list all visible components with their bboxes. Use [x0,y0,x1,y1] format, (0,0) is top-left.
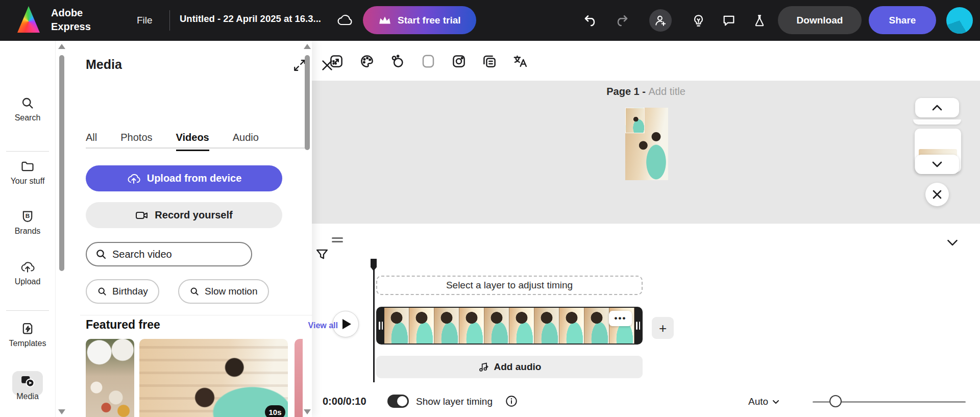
social-post-icon[interactable] [450,52,468,70]
search-icon [97,286,107,297]
chevron-down-icon [772,400,779,404]
account-avatar[interactable] [946,7,973,34]
redo-icon[interactable] [610,9,633,32]
scroll-down-arrow[interactable] [58,409,65,414]
sidebar-item-upload[interactable]: Upload [0,260,55,286]
collapse-timeline-icon[interactable] [945,235,960,250]
translate-icon[interactable] [511,52,529,70]
section-divider [80,315,312,315]
rail-divider [6,151,49,152]
crown-icon [378,15,391,26]
add-title-placeholder[interactable]: Add title [649,86,685,97]
playhead-handle[interactable] [371,259,377,271]
comments-icon[interactable] [718,9,740,32]
template-bolt-icon [20,322,35,336]
sidebar-label: Media [16,392,39,401]
video-search-field [86,242,252,266]
play-icon [342,319,351,329]
scrollbar-thumb[interactable] [305,55,310,150]
page-video-thumbnail[interactable] [625,108,668,180]
panel-title: Media [86,57,122,72]
show-layer-timing-toggle[interactable] [387,395,409,408]
filmstrip-frame [584,308,609,344]
undo-icon[interactable] [579,9,602,32]
search-video-input[interactable] [112,249,243,260]
select-layer-hint: Select a layer to adjust timing [376,276,643,295]
scroll-up-arrow[interactable] [58,44,65,49]
filmstrip [384,308,634,344]
share-button[interactable]: Share [869,6,936,34]
sidebar-label: Search [15,113,41,122]
trim-handle-left[interactable] [377,308,384,344]
tips-lightbulb-icon[interactable] [687,9,709,32]
filter-icon[interactable] [313,245,331,263]
view-all-link[interactable]: View all [254,321,338,330]
filmstrip-frame [409,308,434,344]
sidebar-label: Templates [9,339,46,348]
download-button[interactable]: Download [778,6,862,34]
top-bar: Adobe Express File Untitled - 22 April 2… [0,0,980,41]
duration-badge: 10s [265,405,285,417]
stock-video-thumbnail-food[interactable] [86,339,134,417]
stock-video-thumbnail-couple[interactable] [139,339,288,417]
scrollbar-thumb[interactable] [59,55,64,271]
document-title[interactable]: Untitled - 22 April 2025 at 16.3... [180,13,330,24]
duplicate-pages-icon[interactable] [480,52,499,70]
trim-handle-right[interactable] [634,308,642,344]
zoom-mode-dropdown[interactable]: Auto [748,396,779,407]
media-icon [20,374,35,389]
panel-left-scrollbar [58,41,65,417]
start-free-trial-label: Start free trial [398,15,461,26]
search-icon [95,248,107,260]
chip-slow-motion[interactable]: Slow motion [178,279,269,304]
timeline-drag-handle[interactable] [332,237,343,243]
video-clip-track[interactable] [376,307,643,345]
scenes-icon[interactable] [388,52,407,70]
frame-icon[interactable] [419,52,437,70]
toggle-knob [397,396,407,406]
scroll-up-arrow[interactable] [304,44,311,49]
sidebar-item-your-stuff[interactable]: Your stuff [0,159,55,186]
add-audio-button[interactable]: Add audio [376,356,643,378]
picture-in-picture-layer[interactable] [625,108,645,133]
info-icon[interactable] [505,395,518,408]
brand-shield-icon: B [20,209,35,224]
sidebar-item-templates[interactable]: Templates [0,322,55,348]
start-free-trial-button[interactable]: Start free trial [363,6,476,34]
sidebar-label: Your stuff [11,177,45,186]
scroll-down-arrow[interactable] [304,409,311,414]
chip-label: Birthday [112,286,148,297]
palette-icon[interactable] [358,52,376,70]
filmstrip-frame [509,308,534,344]
chip-birthday[interactable]: Birthday [86,279,159,304]
folder-icon [20,159,35,174]
upload-from-device-label: Upload from device [147,173,242,184]
sidebar-item-search[interactable]: Search [0,96,55,122]
next-page-button[interactable] [915,155,959,174]
clip-more-options-button[interactable]: ••• [609,311,632,326]
stock-video-thumbnail-partial[interactable] [295,339,303,417]
adobe-express-logo-icon[interactable] [17,6,40,33]
playhead-line [373,264,375,382]
sidebar-item-media[interactable]: Media [0,374,55,401]
canvas-area: Page 1 - Add title [312,81,980,223]
previous-page-button[interactable] [915,98,959,117]
cloud-save-icon[interactable] [334,10,356,31]
add-layer-button[interactable]: + [652,317,674,339]
filmstrip-frame [459,308,484,344]
record-yourself-button[interactable]: Record yourself [86,202,282,228]
close-page-controls-button[interactable] [925,183,949,206]
invite-collaborators-icon[interactable] [649,9,672,32]
record-yourself-label: Record yourself [155,209,232,221]
beta-flask-icon[interactable] [748,9,771,32]
brand-line1: Adobe [51,6,91,20]
close-panel-icon[interactable] [319,57,335,73]
file-menu[interactable]: File [132,13,158,28]
cloud-upload-icon [20,260,35,274]
sidebar-item-brands[interactable]: B Brands [0,209,55,236]
video-camera-icon [135,210,149,220]
brand-line2: Express [51,20,91,34]
filmstrip-frame [434,308,459,344]
timeline-zoom-slider-knob[interactable] [829,395,842,407]
upload-from-device-button[interactable]: Upload from device [86,165,282,191]
